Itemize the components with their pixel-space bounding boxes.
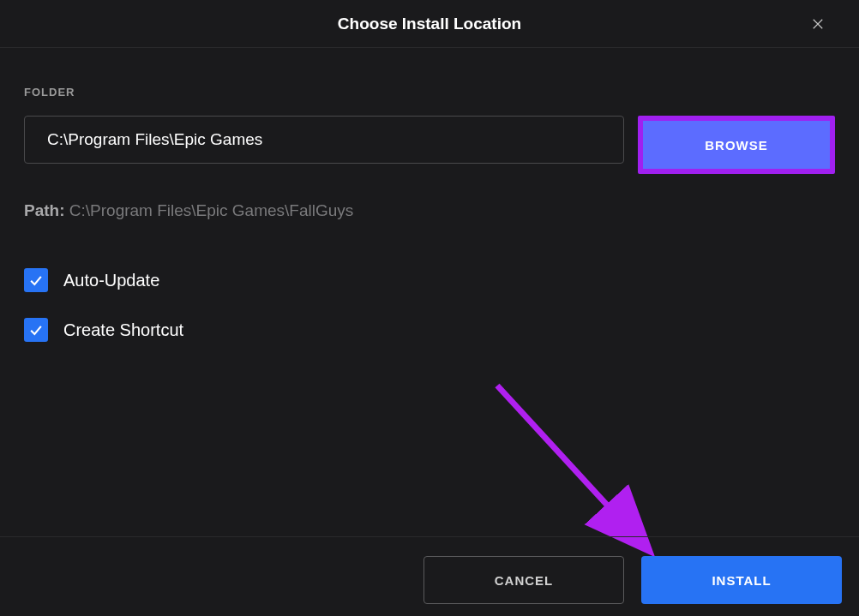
close-icon xyxy=(810,16,826,32)
auto-update-checkbox[interactable] xyxy=(24,268,48,292)
close-button[interactable] xyxy=(808,14,828,34)
create-shortcut-checkbox[interactable] xyxy=(24,318,48,342)
svg-line-1 xyxy=(497,386,643,544)
browse-button-highlight: BROWSE xyxy=(638,116,835,174)
check-icon xyxy=(27,321,45,338)
folder-path-input[interactable] xyxy=(24,116,624,164)
folder-row: BROWSE xyxy=(24,116,835,174)
dialog-body: FOLDER BROWSE Path: C:\Program Files\Epi… xyxy=(0,48,859,385)
check-icon xyxy=(27,272,45,289)
auto-update-label: Auto-Update xyxy=(63,271,159,290)
path-value: C:\Program Files\Epic Games\FallGuys xyxy=(69,201,354,219)
folder-section-label: FOLDER xyxy=(24,86,835,99)
cancel-button[interactable]: CANCEL xyxy=(423,556,624,604)
dialog-footer: CANCEL INSTALL xyxy=(0,536,859,616)
install-path-display: Path: C:\Program Files\Epic Games\FallGu… xyxy=(24,201,835,220)
create-shortcut-label: Create Shortcut xyxy=(63,320,183,340)
dialog-header: Choose Install Location xyxy=(0,0,859,48)
create-shortcut-option: Create Shortcut xyxy=(24,318,835,342)
auto-update-option: Auto-Update xyxy=(24,268,835,292)
browse-button[interactable]: BROWSE xyxy=(643,121,830,169)
options-section: Auto-Update Create Shortcut xyxy=(24,268,835,342)
path-label: Path: xyxy=(24,201,65,219)
install-button[interactable]: INSTALL xyxy=(641,556,842,604)
dialog-title: Choose Install Location xyxy=(338,15,521,33)
